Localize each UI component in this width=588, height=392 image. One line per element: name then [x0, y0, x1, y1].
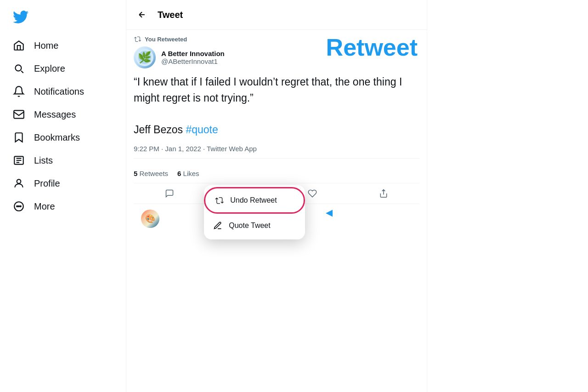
- reply-user-avatar: 🎨: [141, 210, 159, 228]
- sidebar-item-bookmarks-label: Bookmarks: [34, 132, 80, 143]
- explore-icon: [13, 62, 25, 74]
- sidebar-item-explore-label: Explore: [34, 63, 65, 74]
- more-icon: [13, 200, 25, 212]
- author-name: A Better Innovation: [161, 50, 225, 57]
- sidebar-item-notifications[interactable]: Notifications: [6, 80, 120, 103]
- svg-point-8: [138, 51, 152, 64]
- quote-tweet-item[interactable]: Quote Tweet: [204, 214, 305, 238]
- sidebar-item-home[interactable]: Home: [6, 34, 120, 57]
- sidebar-item-more-label: More: [34, 201, 55, 212]
- likes-count: 6: [177, 170, 181, 177]
- likes-stat: 6 Likes: [177, 170, 199, 177]
- share-button[interactable]: [373, 185, 394, 202]
- svg-text:🌿: 🌿: [140, 52, 150, 62]
- mail-icon: [13, 108, 25, 120]
- retweets-stat: 5 Retweets: [134, 170, 168, 177]
- quote-tweet-label: Quote Tweet: [229, 222, 270, 230]
- page-title: Tweet: [158, 10, 183, 20]
- sidebar: Home Explore Notifications Messages: [0, 0, 126, 392]
- author-row: 🌿 A Better Innovation @ABetterInnovat1: [134, 46, 419, 68]
- tweet-body: Retweet You Retweeted 🌿 A Better Innovat…: [126, 30, 427, 239]
- sidebar-item-notifications-label: Notifications: [34, 86, 84, 97]
- likes-label: Likes: [183, 170, 199, 177]
- retweets-label: Retweets: [140, 170, 169, 177]
- svg-rect-0: [14, 110, 24, 118]
- right-panel: [427, 0, 588, 392]
- author-avatar[interactable]: 🌿: [134, 46, 156, 68]
- sidebar-item-profile-label: Profile: [34, 178, 60, 189]
- tweet-text: “I knew that if I failed I wouldn’t regr…: [134, 74, 419, 137]
- svg-point-2: [17, 179, 21, 183]
- bookmark-icon: [13, 131, 25, 143]
- svg-point-5: [18, 206, 19, 207]
- sidebar-item-messages[interactable]: Messages: [6, 103, 120, 126]
- sidebar-item-lists-label: Lists: [34, 155, 53, 166]
- sidebar-item-lists[interactable]: Lists: [6, 149, 120, 172]
- retweet-label: You Retweeted: [134, 35, 419, 43]
- sidebar-item-home-label: Home: [34, 40, 58, 51]
- you-retweeted-text: You Retweeted: [145, 36, 187, 43]
- action-bar: Undo Retweet Quote Tweet: [134, 183, 419, 204]
- person-icon: [13, 177, 25, 189]
- like-button[interactable]: [302, 185, 322, 202]
- twitter-logo[interactable]: [6, 4, 120, 32]
- tweet-timestamp: 9:22 PM · Jan 1, 2022 · Twitter Web App: [134, 145, 419, 159]
- retweets-count: 5: [134, 170, 137, 177]
- main-content: Tweet Retweet You Retweeted 🌿 A Better I…: [126, 0, 427, 392]
- svg-point-4: [17, 206, 17, 207]
- reply-button[interactable]: [159, 185, 180, 202]
- undo-retweet-label: Undo Retweet: [230, 196, 277, 205]
- tweet-stats: 5 Retweets 6 Likes: [134, 164, 419, 183]
- tweet-page-header: Tweet: [126, 0, 427, 30]
- bell-icon: [13, 85, 25, 97]
- sidebar-item-messages-label: Messages: [34, 109, 76, 120]
- sidebar-item-bookmarks[interactable]: Bookmarks: [6, 126, 120, 149]
- author-info: A Better Innovation @ABetterInnovat1: [161, 50, 225, 65]
- lists-icon: [13, 154, 25, 166]
- svg-point-7: [136, 49, 153, 66]
- author-handle: @ABetterInnovat1: [161, 57, 225, 65]
- svg-point-6: [20, 206, 21, 207]
- home-icon: [13, 40, 25, 51]
- sidebar-item-more[interactable]: More: [6, 195, 120, 218]
- tweet-hashtag[interactable]: #quote: [186, 124, 218, 136]
- sidebar-item-profile[interactable]: Profile: [6, 172, 120, 195]
- back-button[interactable]: [134, 6, 150, 23]
- retweet-action-wrapper: Undo Retweet Quote Tweet: [231, 185, 251, 202]
- undo-retweet-item[interactable]: Undo Retweet: [204, 187, 305, 214]
- retweet-dropdown: Undo Retweet Quote Tweet: [204, 185, 305, 239]
- sidebar-item-explore[interactable]: Explore: [6, 57, 120, 80]
